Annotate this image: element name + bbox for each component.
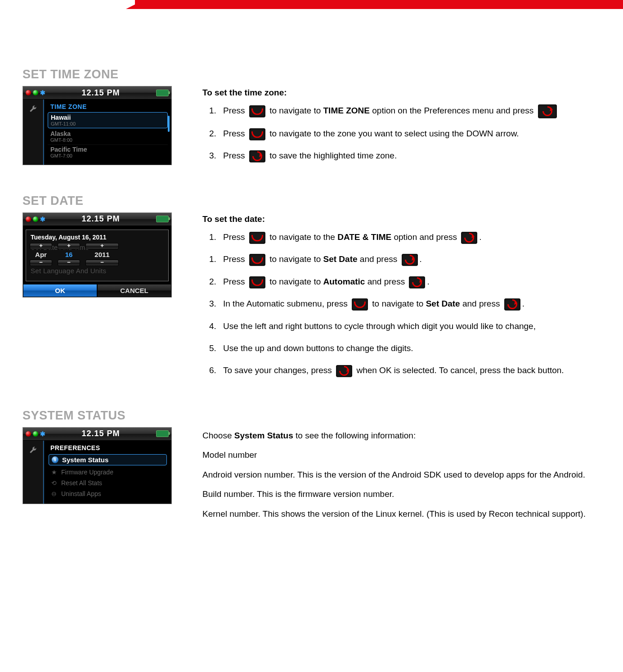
tz-row-pacific[interactable]: Pacific Time GMT-7:00 [48,145,168,160]
step-1: Press to navigate to TIME ZONE option on… [219,104,601,118]
lead-text: To set the date: [202,214,601,224]
steps-list: Press to navigate to TIME ZONE option on… [202,104,601,162]
pref-row-firmware[interactable]: ★ Firmware Upgrade [48,467,168,478]
plus-button[interactable]: + [30,243,52,249]
dialog-buttons: OK CANCEL [23,284,171,297]
enter-swirl-icon [402,254,418,266]
steps-list: Press to navigate to the DATE & TIME opt… [202,230,601,377]
tz-row-hawaii[interactable]: Hawaii GMT-11:00 [48,112,168,128]
para-build-number: Build number. This is the firmware versi… [202,487,601,501]
minus-button[interactable]: − [58,260,80,266]
step-6: To save your changes, press when OK is s… [219,364,601,377]
pref-label: Uninstall Apps [61,490,101,497]
tz-row-alaska[interactable]: Alaska GMT-8:00 [48,129,168,145]
step-3: In the Automatic submenu, press to navig… [219,297,601,310]
section-set-date: ✱ 12.15 PM Tuesday, August 16, 2011 Set … [22,212,601,386]
pref-label: Reset All Stats [61,479,102,487]
uninstall-icon: ⊖ [50,490,58,497]
reset-icon: ⟲ [50,479,58,487]
screenshot-set-date: ✱ 12.15 PM Tuesday, August 16, 2011 Set … [22,212,172,298]
para-1: Choose System Status to see the followin… [202,429,601,442]
status-bar: ✱ 12.15 PM [23,428,171,441]
status-dot-green-icon [33,90,38,95]
down-smile-icon [249,254,265,266]
txt: and press [462,299,502,308]
minus-button[interactable]: − [85,260,119,266]
step-4: Use the left and right buttons to cycle … [219,320,601,333]
screenshot-set-date-wrapper: ✱ 12.15 PM Tuesday, August 16, 2011 Set … [22,212,175,298]
scroll-indicator [168,116,170,132]
info-icon: i [52,456,58,463]
txt: Press [223,129,247,138]
page-content: SET TIME ZONE ✱ 12.15 PM [0,9,623,545]
down-smile-icon [249,105,265,117]
dot: . [522,299,524,308]
down-smile-icon [249,276,265,288]
txt: to save the highlighted time zone. [269,151,397,160]
txt: when OK is selected. To cancel, press th… [356,365,564,375]
wrench-icon [29,446,37,454]
txt: and press [360,254,400,264]
enter-swirl-icon [249,150,265,162]
bold-time-zone: TIME ZONE [323,106,370,115]
heading-set-time-zone: SET TIME ZONE [22,68,601,81]
pref-row-uninstall[interactable]: ⊖ Uninstall Apps [48,488,168,499]
ok-button[interactable]: OK [23,284,97,297]
step-5: Use the up and down buttons to change th… [219,342,601,355]
bluetooth-icon: ✱ [40,216,45,223]
screen-content: PREFERENCES i System Status ★ Firmware U… [43,441,171,504]
screen-list-title: TIME ZONE [50,103,168,110]
screenshot-system-status: ✱ 12.15 PM PREFERENCES i [22,427,172,504]
date-stepper-row: + Apr − + 16 − + [30,243,165,266]
step-1b: Press to navigate to Set Date and press … [219,253,601,266]
bluetooth-icon: ✱ [40,89,45,96]
date-header: Tuesday, August 16, 2011 [30,234,165,244]
step-2: Press to navigate to Automatic and press… [219,275,601,288]
screenshot-system-status-wrapper: ✱ 12.15 PM PREFERENCES i [22,427,175,504]
pref-label: System Status [62,456,108,464]
pref-row-system-status[interactable]: i System Status [49,454,167,465]
txt: . [479,232,481,242]
status-icons: ✱ [26,216,45,223]
month-value: Apr [35,249,47,260]
status-dot-red-icon [26,90,31,95]
status-clock: 12.15 PM [81,214,120,224]
lead-text: To set the time zone: [202,88,601,98]
txt: to navigate to the [269,232,337,242]
screen-content: TIME ZONE Hawaii GMT-11:00 Alaska GMT-8:… [43,99,171,165]
bold-system-status: System Status [234,431,293,440]
tz-gmt: GMT-11:00 [51,121,165,126]
section-set-time-zone: ✱ 12.15 PM TIME ZONE Haw [22,86,601,171]
cancel-button[interactable]: CANCEL [97,284,171,297]
tz-gmt: GMT-7:00 [50,153,165,158]
battery-icon [156,90,169,96]
txt: In the Automatic submenu, press [223,299,350,308]
wrench-icon [29,105,37,113]
para-kernel-number: Kernel number. This shows the version of… [202,507,601,520]
heading-system-status: SYSTEM STATUS [22,409,601,423]
pref-label: Firmware Upgrade [61,469,113,476]
instructions-time-zone: To set the time zone: Press to navigate … [202,86,601,171]
txt: to navigate to the zone you want to sele… [269,129,519,138]
tz-name: Hawaii [51,114,165,121]
instructions-set-date: To set the date: Press to navigate to th… [202,212,601,386]
battery-icon [156,430,169,437]
bluetooth-icon: ✱ [40,430,45,437]
pref-row-reset[interactable]: ⟲ Reset All Stats [48,478,168,488]
status-dot-red-icon [26,216,31,222]
txt: To save your changes, press [223,365,334,375]
year-stepper[interactable]: + 2011 − [85,243,119,266]
minus-button[interactable]: − [30,260,52,266]
day-stepper[interactable]: + 16 − [58,243,80,266]
bold-set-date: Set Date [323,254,358,264]
txt: option and press [394,232,459,242]
enter-swirl-icon [409,276,425,288]
txt: to navigate to [372,299,426,308]
plus-button[interactable]: + [85,243,119,249]
section-system-status: ✱ 12.15 PM PREFERENCES i [22,427,601,527]
month-stepper[interactable]: + Apr − [30,243,52,266]
battery-icon [156,216,169,222]
plus-button[interactable]: + [58,243,80,249]
enter-swirl-icon [461,232,477,244]
para-model-number: Model number [202,448,601,461]
